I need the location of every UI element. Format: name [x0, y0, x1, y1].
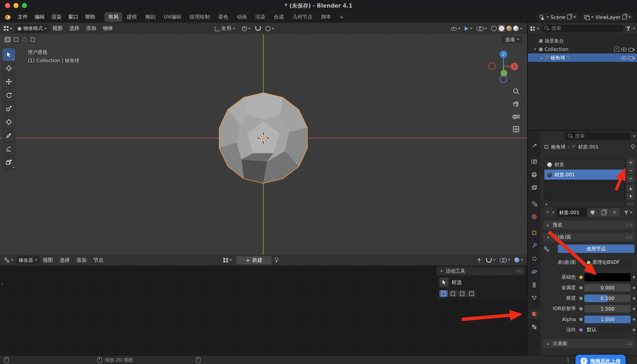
editor-type-selector[interactable] — [2, 26, 14, 31]
tab-object-data[interactable] — [528, 293, 541, 303]
remove-viewlayer-icon[interactable]: ✕ — [628, 15, 631, 19]
expand-icon[interactable]: ▸ — [545, 202, 549, 206]
blender-logo-icon[interactable] — [3, 14, 12, 20]
tab-material[interactable] — [528, 309, 541, 319]
tab-texture[interactable] — [528, 322, 541, 332]
drag-grip-icon[interactable] — [515, 269, 522, 273]
keyframe-dot[interactable] — [633, 286, 635, 289]
overlays-toggle[interactable] — [474, 26, 489, 31]
workspace-tab-shading[interactable]: 着色 — [215, 12, 232, 22]
close-window-button[interactable] — [5, 3, 10, 8]
material-slot-2[interactable]: 材质.001 — [544, 170, 625, 180]
tab-constraints[interactable] — [528, 280, 541, 290]
workspace-tab-compositing[interactable]: 合成 — [270, 12, 288, 22]
viewport-menu-view[interactable]: 视图 — [49, 25, 66, 32]
menu-file[interactable]: 文件 — [14, 11, 31, 23]
node-menu-view[interactable]: 视图 — [39, 256, 56, 264]
tool-transform[interactable] — [3, 116, 15, 128]
collection-checkbox[interactable]: ✓ — [614, 47, 619, 52]
hide-viewport-icon[interactable] — [621, 55, 627, 60]
node-editor-type-selector[interactable] — [2, 257, 16, 263]
tab-render[interactable] — [528, 156, 541, 167]
zoom-icon[interactable] — [512, 87, 520, 96]
unlink-material-button[interactable]: ✕ — [609, 208, 620, 217]
breadcrumb-material[interactable]: 材质.001 — [578, 144, 598, 150]
remove-slot-button[interactable]: − — [627, 167, 634, 174]
workspace-tab-uv[interactable]: UV编辑 — [160, 12, 185, 22]
tool-move[interactable] — [3, 75, 15, 88]
toggle-grid-icon[interactable] — [512, 125, 520, 134]
properties-search-input[interactable]: 搜索 — [565, 132, 631, 140]
outliner-row-collection[interactable]: ▾ ▦ Collection ✓ — [528, 45, 637, 54]
keyframe-dot[interactable] — [633, 318, 635, 320]
normal-dropdown[interactable]: 默认 — [584, 326, 631, 334]
surface-shader-dropdown[interactable]: 原理化BSDF — [584, 258, 631, 266]
node-menu-node[interactable]: 节点 — [90, 256, 107, 264]
metallic-slider[interactable]: 0.000 — [584, 284, 631, 292]
node-tree-browse[interactable] — [221, 258, 234, 262]
viewport-options-button[interactable]: 选项 — [502, 36, 523, 43]
tool-annotate[interactable] — [3, 129, 15, 142]
workspace-tab-sculpt[interactable]: 雕刻 — [142, 12, 159, 22]
pin-icon[interactable] — [274, 258, 279, 262]
disable-render-icon[interactable] — [628, 55, 634, 60]
duplicate-material-button[interactable] — [598, 208, 609, 217]
node-preview-selector[interactable] — [512, 258, 525, 262]
workspace-tab-texpaint[interactable]: 纹理绘制 — [186, 12, 214, 22]
menu-window[interactable]: 窗口 — [65, 11, 82, 23]
alpha-slider[interactable]: 1.000 — [584, 316, 631, 323]
node-menu-select[interactable]: 选择 — [56, 256, 73, 264]
disable-render-icon[interactable] — [628, 47, 634, 52]
node-menu-add[interactable]: 添加 — [73, 256, 90, 264]
tab-modifiers[interactable] — [528, 241, 541, 251]
viewlayer-selector[interactable]: ViewLayer ✕ — [582, 13, 634, 21]
panel-subsurface[interactable]: ▸ 次表面 — [543, 339, 635, 348]
panel-surface[interactable]: ▾ 表(曲)面 — [543, 233, 635, 242]
menu-help[interactable]: 帮助 — [82, 11, 99, 23]
workspace-tab-modeling[interactable]: 建模 — [123, 12, 141, 22]
outliner-row-scene-collection[interactable]: ▦ 场景集合 — [528, 36, 637, 45]
object-visibility-selector[interactable] — [449, 26, 463, 31]
move-slot-down-button[interactable]: ▾ — [627, 193, 634, 200]
resize-grip-icon[interactable] — [627, 202, 634, 206]
tab-scene[interactable] — [528, 198, 541, 209]
upload-drop-button[interactable]: ↑ 拖拽至此上传 — [575, 355, 626, 364]
mode-extend-button[interactable] — [449, 290, 457, 297]
node-overlay-selector[interactable] — [498, 258, 512, 262]
tab-world[interactable] — [528, 212, 541, 222]
workspace-tab-scripting[interactable]: 脚本 — [317, 12, 335, 22]
gizmo-z-neg-axis[interactable] — [500, 76, 507, 82]
outliner-row-icosphere[interactable]: ▸ ▽ 棱角球 ▽ — [528, 54, 637, 62]
tool-rotate[interactable] — [3, 89, 15, 102]
zoom-window-button[interactable] — [22, 3, 27, 8]
viewport-3d[interactable]: 用户透视 (1) Collection | 棱角球 选项 — [0, 34, 527, 254]
shading-rendered-button[interactable] — [513, 26, 519, 31]
pin-id-icon[interactable] — [630, 144, 634, 150]
pan-hand-icon[interactable] — [512, 100, 520, 108]
slot-specials-button[interactable] — [627, 175, 634, 182]
add-slot-button[interactable]: + — [627, 159, 634, 166]
tool-cursor[interactable] — [3, 62, 15, 74]
tab-object[interactable] — [528, 228, 541, 238]
material-name-field[interactable]: 材质.001 — [557, 208, 587, 217]
outliner-search-input[interactable]: 搜索 — [541, 24, 624, 32]
node-parent-nav[interactable] — [474, 257, 484, 263]
proportional-edit-selector[interactable] — [263, 26, 276, 31]
viewport-menu-select[interactable]: 选择 — [66, 25, 83, 32]
tool-add-primitive[interactable] — [3, 156, 15, 169]
select-mode-lasso-button[interactable] — [29, 36, 37, 43]
hide-viewport-icon[interactable] — [621, 47, 627, 52]
select-mode-tweak-button[interactable] — [4, 36, 11, 43]
use-nodes-button[interactable]: 使用节点 — [558, 244, 634, 253]
shading-wireframe-button[interactable] — [491, 26, 497, 31]
workspace-tab-geonodes[interactable]: 几何节点 — [289, 12, 316, 22]
keyframe-dot[interactable] — [633, 297, 635, 300]
fake-user-button[interactable] — [587, 208, 598, 217]
filter-icon[interactable] — [626, 26, 631, 30]
add-workspace-button[interactable]: + — [336, 13, 348, 21]
tab-particles[interactable] — [528, 254, 541, 264]
roughness-slider[interactable]: 0.500 — [584, 294, 631, 302]
minimize-window-button[interactable] — [14, 3, 19, 8]
tab-tool[interactable] — [528, 140, 541, 151]
shading-material-button[interactable] — [506, 26, 512, 31]
